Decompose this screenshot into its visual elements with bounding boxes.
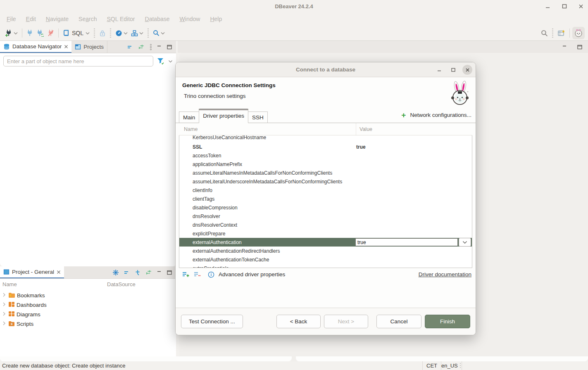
chevron-right-icon[interactable] [2, 311, 7, 318]
minimize-panel-icon[interactable] [157, 270, 162, 275]
chevron-right-icon[interactable] [2, 302, 7, 308]
new-connection-button[interactable] [3, 28, 19, 38]
chevron-right-icon[interactable] [2, 321, 7, 327]
add-property-icon[interactable] [182, 271, 190, 278]
property-row[interactable]: extraCredentials [179, 264, 472, 268]
property-row[interactable]: disableCompression [179, 203, 472, 212]
data-transfer-button[interactable] [129, 28, 145, 38]
view-menu-icon[interactable] [150, 44, 152, 50]
tree-item-dashboards[interactable]: Dashboards [0, 300, 176, 310]
menu-window[interactable]: Window [176, 14, 205, 24]
object-filter-input[interactable] [3, 56, 153, 66]
gear-icon[interactable] [112, 269, 119, 276]
tree-item-bookmarks[interactable]: Bookmarks [0, 291, 176, 300]
dialog-button-bar: Test Connection ... < Back Next > Cancel… [176, 308, 476, 335]
next-button[interactable]: Next > [324, 315, 368, 328]
back-button[interactable]: < Back [276, 315, 321, 328]
property-row[interactable]: KerberosUseCanonicalHostname [179, 135, 472, 142]
open-perspective-button[interactable] [556, 28, 567, 38]
property-row[interactable]: applicationNamePrefix [179, 160, 472, 168]
property-row[interactable]: SSLtrue [179, 142, 472, 151]
collapse-all-icon[interactable] [127, 45, 133, 49]
dialog-close-icon[interactable] [462, 65, 472, 75]
link-editor-icon[interactable] [145, 270, 152, 275]
maximize-panel-icon[interactable] [167, 45, 172, 50]
property-row[interactable]: dnsResolverContext [179, 221, 472, 229]
tab-project-general[interactable]: Project - General [0, 266, 64, 278]
disconnect-button[interactable] [46, 28, 56, 38]
chevron-down-icon[interactable] [168, 60, 173, 63]
property-value-input[interactable] [355, 238, 458, 246]
menu-database[interactable]: Database [141, 14, 174, 24]
bunny-avatar-icon [574, 28, 583, 38]
sql-label: SQL [72, 30, 83, 36]
network-configurations-button[interactable]: + Network configurations... [401, 111, 471, 119]
tab-main[interactable]: Main [179, 111, 199, 123]
minimize-icon[interactable] [545, 3, 551, 9]
connect-button[interactable] [25, 28, 35, 38]
database-navigator-panel: Database Navigator Projects [0, 41, 176, 266]
plug-reconnect-icon [36, 30, 44, 37]
tab-driver-properties[interactable]: Driver properties [199, 109, 248, 123]
close-icon[interactable] [578, 3, 584, 9]
plug-new-icon [5, 29, 12, 37]
tab-projects[interactable]: Projects [71, 41, 107, 53]
dbeaver-avatar-button[interactable] [572, 27, 585, 39]
status-message: Create new database object: Create objec… [0, 363, 125, 369]
property-row[interactable]: externalAuthenticationRedirectHandlers [179, 247, 472, 255]
minimize-panel-icon[interactable] [157, 45, 162, 49]
test-connection-button[interactable]: Test Connection ... [181, 315, 243, 328]
reconnect-button[interactable] [35, 28, 46, 38]
menu-navigate[interactable]: Navigate [42, 14, 73, 24]
link-editor-icon[interactable] [138, 45, 145, 50]
maximize-panel-icon[interactable] [167, 270, 172, 275]
remove-property-icon[interactable] [194, 271, 201, 278]
dialog-maximize-icon[interactable] [448, 65, 458, 75]
property-row[interactable]: explicitPrepare [179, 229, 472, 238]
property-name: externalAuthentication [179, 240, 355, 245]
tree-item-diagrams[interactable]: Diagrams [0, 310, 176, 319]
menu-edit[interactable]: Edit [22, 14, 40, 24]
property-row[interactable]: clientInfo [179, 186, 472, 194]
grip-handle[interactable] [459, 363, 461, 370]
quick-search-button[interactable] [539, 28, 550, 38]
panel-bottom-edge [0, 356, 292, 361]
value-dropdown-button[interactable] [459, 238, 471, 247]
menu-sql-editor[interactable]: SQL Editor [103, 14, 139, 24]
maximize-icon[interactable] [562, 3, 567, 9]
property-row[interactable]: accessToken [179, 151, 472, 160]
property-row[interactable]: externalAuthenticationTokenCache [179, 255, 472, 264]
menu-file[interactable]: File [2, 14, 20, 24]
transaction-monitor-button[interactable] [114, 28, 129, 38]
search-button[interactable] [151, 28, 167, 38]
property-row[interactable]: assumeLiteralUnderscoreInMetadataCallsFo… [179, 177, 472, 186]
menu-search[interactable]: Search [74, 14, 101, 24]
collapse-all-icon[interactable] [124, 270, 130, 275]
maximize-panel-icon[interactable] [577, 45, 582, 50]
property-row[interactable]: externalAuthentication [179, 238, 472, 247]
filter-funnel-icon[interactable] [157, 57, 165, 65]
close-tab-icon[interactable] [64, 45, 68, 49]
tab-database-navigator[interactable]: Database Navigator [0, 41, 71, 53]
locale-indicator[interactable]: en_US [438, 361, 462, 370]
cancel-button[interactable]: Cancel [376, 315, 421, 328]
chevron-right-icon[interactable] [2, 292, 7, 299]
driver-documentation-link[interactable]: Driver documentation [419, 271, 471, 278]
menu-help[interactable]: Help [206, 14, 226, 24]
dialog-minimize-icon[interactable] [434, 65, 444, 75]
chevron-down-icon [86, 32, 90, 35]
minimize-panel-icon[interactable] [562, 45, 567, 49]
finish-button[interactable]: Finish [425, 315, 470, 328]
close-tab-icon[interactable] [57, 270, 61, 274]
tree-item-scripts[interactable]: Scripts [0, 319, 176, 329]
tab-ssh[interactable]: SSH [248, 111, 268, 123]
autocommit-button[interactable] [98, 28, 107, 38]
property-row[interactable]: clientTags [179, 194, 472, 203]
dialog-tabstrip: Main Driver properties SSH + Network con… [176, 109, 476, 123]
property-row[interactable]: dnsResolver [179, 212, 472, 221]
status-bar: Create new database object: Create objec… [0, 361, 588, 370]
perspective-icon [557, 29, 565, 37]
property-row[interactable]: assumeLiteralNamesInMetadataCallsForNonC… [179, 168, 472, 177]
expand-all-icon[interactable] [135, 270, 140, 275]
sql-editor-button[interactable]: SQL [61, 28, 91, 38]
